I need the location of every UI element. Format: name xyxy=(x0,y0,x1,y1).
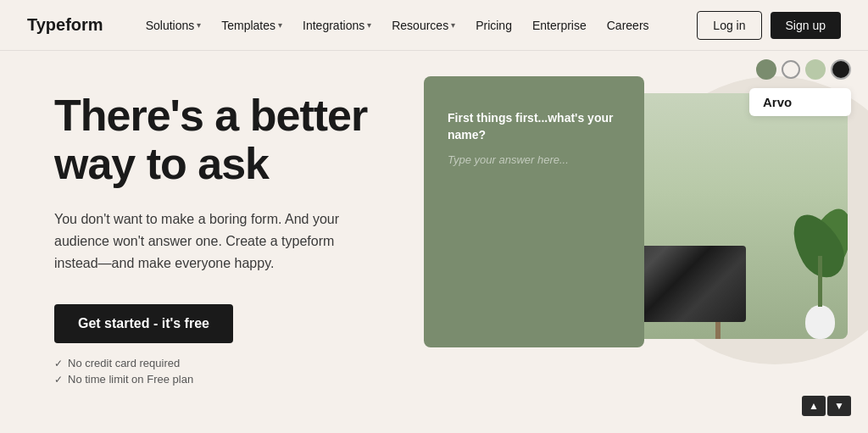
hero-checks: ✓ No credit card required ✓ No time limi… xyxy=(54,357,373,386)
chevron-down-icon: ▾ xyxy=(197,20,201,30)
table-leg-right xyxy=(715,322,721,339)
check-icon: ✓ xyxy=(54,358,63,369)
font-label[interactable]: Arvo xyxy=(749,88,851,116)
chevron-down-icon: ▾ xyxy=(367,20,371,30)
hero-subtitle: You don't want to make a boring form. An… xyxy=(54,208,373,274)
color-option-olive[interactable] xyxy=(756,59,776,80)
nav-actions: Log in Sign up xyxy=(697,11,841,40)
color-option-white[interactable] xyxy=(782,60,800,79)
navbar: Typeform Solutions ▾ Templates ▾ Integra… xyxy=(0,0,868,51)
hero-visual: Arvo First things first...what's your na… xyxy=(407,51,868,433)
navigation-arrows: ▲ ▼ xyxy=(802,396,851,416)
color-option-sage[interactable] xyxy=(805,59,826,80)
check-item-1: ✓ No credit card required xyxy=(54,357,373,369)
plant-pot xyxy=(805,305,835,339)
form-question: First things first...what's your name? xyxy=(448,110,620,143)
chevron-down-icon: ▾ xyxy=(451,20,455,30)
plant-stem xyxy=(818,256,822,307)
nav-item-careers[interactable]: Careers xyxy=(598,14,658,37)
login-button[interactable]: Log in xyxy=(697,11,761,40)
nav-item-integrations[interactable]: Integrations ▾ xyxy=(294,14,380,37)
cta-button[interactable]: Get started - it's free xyxy=(54,304,233,343)
check-icon: ✓ xyxy=(54,374,63,386)
color-picker xyxy=(756,59,851,80)
color-option-dark[interactable] xyxy=(831,59,851,80)
plant xyxy=(805,305,835,339)
nav-item-enterprise[interactable]: Enterprise xyxy=(524,14,595,37)
arrow-down-button[interactable]: ▼ xyxy=(827,396,851,416)
chevron-down-icon: ▾ xyxy=(278,20,282,30)
check-item-2: ✓ No time limit on Free plan xyxy=(54,373,373,386)
form-preview-card: First things first...what's your name? T… xyxy=(424,76,644,347)
nav-item-pricing[interactable]: Pricing xyxy=(467,14,520,37)
nav-item-templates[interactable]: Templates ▾ xyxy=(213,14,291,37)
hero-title: There's a better way to ask xyxy=(54,92,373,188)
form-placeholder: Type your answer here... xyxy=(448,153,620,166)
arrow-up-button[interactable]: ▲ xyxy=(802,396,826,416)
main-content: There's a better way to ask You don't wa… xyxy=(0,51,868,433)
logo[interactable]: Typeform xyxy=(27,15,103,35)
signup-button[interactable]: Sign up xyxy=(771,12,841,39)
nav-item-resources[interactable]: Resources ▾ xyxy=(383,14,464,37)
hero-section: There's a better way to ask You don't wa… xyxy=(0,51,407,433)
nav-links: Solutions ▾ Templates ▾ Integrations ▾ R… xyxy=(137,14,698,37)
nav-item-solutions[interactable]: Solutions ▾ xyxy=(137,14,210,37)
